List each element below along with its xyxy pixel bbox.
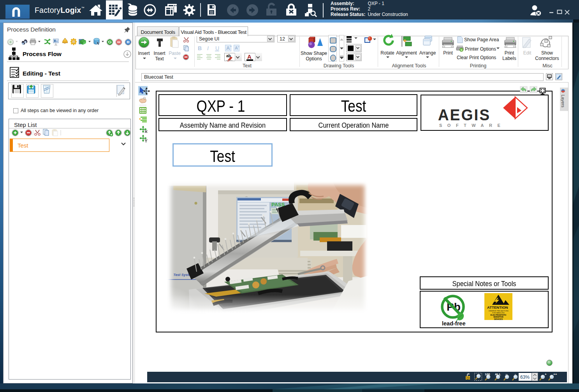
svg-text:-: - bbox=[515, 372, 516, 376]
svg-text:++: ++ bbox=[553, 373, 557, 376]
svg-text:Aˆ: Aˆ bbox=[226, 45, 232, 51]
svg-text:U: U bbox=[215, 45, 219, 51]
svg-text:B: B bbox=[198, 45, 202, 51]
svg-text:lead-free: lead-free bbox=[442, 320, 465, 327]
svg-text:ALL: ALL bbox=[495, 373, 501, 376]
svg-text:Aˇ: Aˇ bbox=[235, 46, 239, 50]
svg-text:DEVICES: DEVICES bbox=[494, 318, 503, 320]
svg-text:ATTENTION: ATTENTION bbox=[487, 305, 508, 309]
svg-text:A: A bbox=[247, 53, 252, 60]
svg-text:--: -- bbox=[505, 372, 508, 376]
svg-text:100: 100 bbox=[485, 373, 490, 376]
svg-text:SOFTWARE: SOFTWARE bbox=[439, 123, 505, 128]
svg-text:I: I bbox=[207, 45, 209, 51]
svg-text:63%: 63% bbox=[520, 374, 530, 380]
svg-text:+: + bbox=[545, 373, 547, 376]
svg-text:?: ? bbox=[461, 49, 462, 52]
svg-text:AEGIS: AEGIS bbox=[438, 106, 491, 123]
